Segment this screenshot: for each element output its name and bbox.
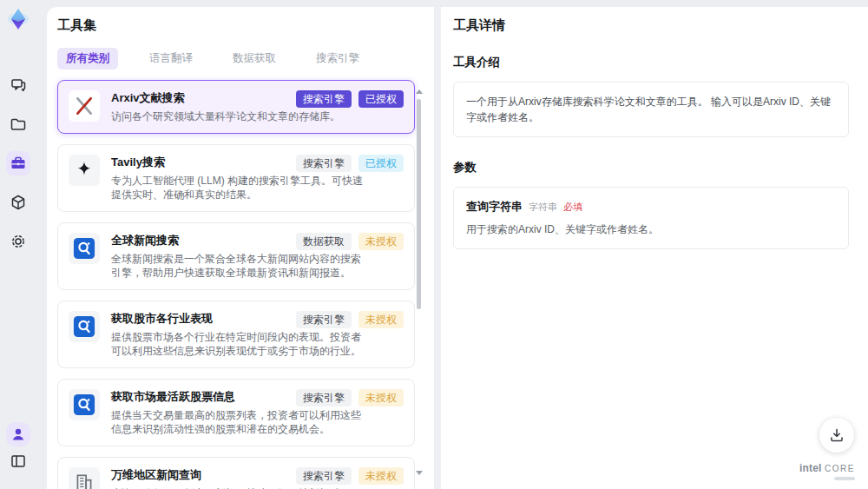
param-required-badge: 必填: [563, 201, 582, 214]
sparkle-icon: [69, 155, 100, 186]
category-tag: 搜索引擎: [296, 311, 352, 328]
chat-icon[interactable]: [6, 73, 30, 97]
auth-status-tag: 已授权: [358, 155, 404, 172]
tool-list-item[interactable]: 全球新闻搜索 全球新闻搜索是一个聚合全球各大新闻网站内容的搜索引擎，帮助用户快速…: [57, 222, 415, 290]
toolbox-icon[interactable]: [6, 151, 30, 175]
scroll-down-arrow[interactable]: [416, 471, 423, 475]
blue-search-icon: [69, 311, 100, 342]
param-name: 查询字符串: [466, 199, 523, 215]
intro-card: 一个用于从Arxiv存储库搜索科学论文和文章的工具。 输入可以是Arxiv ID…: [453, 82, 849, 137]
intro-text: 一个用于从Arxiv存储库搜索科学论文和文章的工具。 输入可以是Arxiv ID…: [466, 94, 836, 125]
tool-list-item[interactable]: 万维地区新闻查询 查询具体行政区划内的新闻，快速了解各地新闻动 搜索引擎 未授权: [57, 457, 415, 489]
brand-core: core: [825, 464, 855, 473]
intel-core-logo: intel core: [799, 462, 855, 480]
auth-status-tag: 未授权: [358, 233, 404, 250]
params-heading: 参数: [453, 160, 849, 175]
page-title: 工具集: [57, 17, 434, 34]
tool-list-item[interactable]: Arxiv文献搜索 访问各个研究领域大量科学论文和文章的存储库。 搜索引擎 已授…: [57, 80, 415, 134]
tab-active[interactable]: 所有类别: [57, 48, 118, 69]
panel-divider: [434, 7, 441, 489]
tab-category[interactable]: 语言翻译: [141, 48, 201, 69]
category-tag: 搜索引擎: [296, 90, 352, 108]
building-icon: [69, 467, 100, 489]
param-card: 查询字符串 字符串 必填 用于搜索的Arxiv ID、关键字或作者姓名。: [453, 187, 849, 249]
tool-description: 全球新闻搜索是一个聚合全球各大新闻网站内容的搜索引擎，帮助用户快速获取全球最新资…: [111, 252, 365, 280]
tool-detail-panel: 工具详情 工具介绍 一个用于从Arxiv存储库搜索科学论文和文章的工具。 输入可…: [441, 7, 868, 489]
tool-list-item[interactable]: Tavily搜索 专为人工智能代理 (LLM) 构建的搜索引擎工具。可快速提供实…: [57, 144, 415, 212]
category-tag: 搜索引擎: [296, 389, 352, 406]
scrollbar-thumb[interactable]: [417, 99, 421, 309]
tool-list-item[interactable]: 获取股市各行业表现 提供股票市场各个行业在特定时间段内的表现。投资者可以利用这些…: [57, 301, 415, 368]
detail-title: 工具详情: [453, 17, 849, 34]
cube-icon[interactable]: [6, 190, 30, 215]
tab-category[interactable]: 搜索引擎: [307, 48, 368, 69]
blue-search-icon: [69, 389, 100, 420]
brand-intel: intel: [799, 462, 822, 474]
brand-badge: [834, 477, 855, 480]
download-button[interactable]: [819, 418, 854, 453]
panel-toggle-icon[interactable]: [6, 449, 30, 473]
arxiv-icon: [69, 90, 100, 122]
tool-description: 提供股票市场各个行业在特定时间段内的表现。投资者可以利用这些信息来识别表现优于或…: [111, 330, 365, 358]
tool-list-panel: 工具集 所有类别语言翻译数据获取搜索引擎 Arxiv文献搜索 访问各个研究领域大…: [47, 7, 434, 489]
tool-list-item[interactable]: 获取市场最活跃股票信息 提供当天交易量最高的股票列表，投资者可以利用这些信息来识…: [57, 379, 415, 446]
scroll-up-arrow[interactable]: [416, 89, 423, 94]
user-icon[interactable]: [6, 422, 30, 446]
sidebar-rail: [0, 0, 36, 489]
param-description: 用于搜索的Arxiv ID、关键字或作者姓名。: [466, 222, 836, 237]
category-tag: 数据获取: [296, 233, 352, 250]
auth-status-tag: 已授权: [358, 90, 404, 108]
download-icon: [828, 426, 845, 444]
folder-icon[interactable]: [6, 112, 30, 136]
intro-heading: 工具介绍: [453, 55, 849, 70]
gear-icon[interactable]: [6, 229, 30, 254]
tool-list: Arxiv文献搜索 访问各个研究领域大量科学论文和文章的存储库。 搜索引擎 已授…: [57, 80, 415, 489]
category-tabs: 所有类别语言翻译数据获取搜索引擎: [57, 48, 434, 69]
tool-description: 访问各个研究领域大量科学论文和文章的存储库。: [111, 109, 340, 123]
category-tag: 搜索引擎: [296, 155, 352, 172]
app-logo: [6, 7, 30, 31]
tool-description: 专为人工智能代理 (LLM) 构建的搜索引擎工具。可快速提供实时、准确和真实的结…: [111, 174, 365, 202]
tool-description: 提供当天交易量最高的股票列表，投资者可以利用这些信息来识别流动性强的股票和潜在的…: [111, 408, 365, 436]
param-type: 字符串: [529, 201, 557, 214]
main-content: 工具集 所有类别语言翻译数据获取搜索引擎 Arxiv文献搜索 访问各个研究领域大…: [47, 7, 868, 489]
auth-status-tag: 未授权: [358, 389, 404, 406]
auth-status-tag: 未授权: [358, 467, 404, 485]
blue-search-icon: [69, 233, 100, 264]
tab-category[interactable]: 数据获取: [224, 48, 285, 69]
auth-status-tag: 未授权: [358, 311, 404, 328]
category-tag: 搜索引擎: [296, 467, 352, 485]
